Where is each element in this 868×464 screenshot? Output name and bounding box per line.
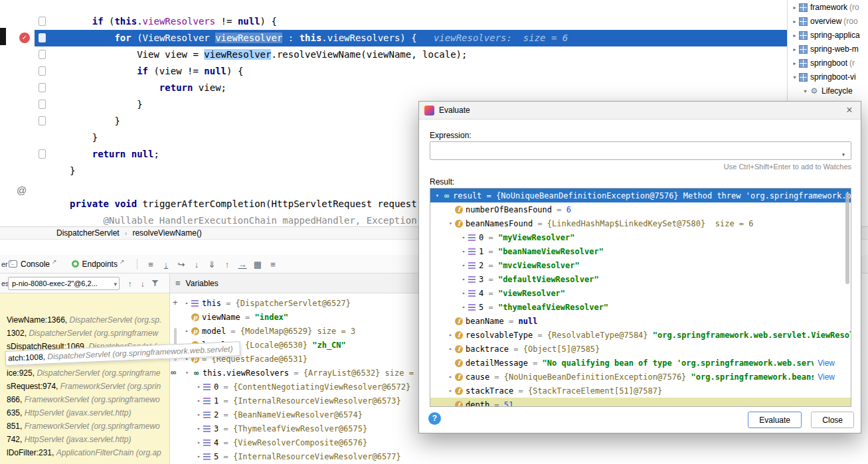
tree-item[interactable]: ▸springboot(r: [788, 56, 868, 70]
code-line[interactable]: return view;: [0, 80, 868, 96]
chevron-right-icon[interactable]: ▸: [790, 29, 799, 42]
gutter-marker-icon[interactable]: [39, 83, 46, 92]
step-into-icon[interactable]: ↓: [189, 260, 205, 270]
gutter-marker-icon[interactable]: [39, 149, 46, 159]
chevron-right-icon[interactable]: ▸: [460, 248, 468, 254]
chevron-down-icon[interactable]: ▾: [446, 220, 455, 226]
tree-item[interactable]: ▸overview(roo: [788, 15, 868, 29]
help-icon[interactable]: ?: [428, 412, 441, 425]
step-over-icon[interactable]: ↪: [174, 260, 189, 270]
gutter-marker-icon[interactable]: [39, 116, 46, 125]
view-link[interactable]: View: [818, 372, 835, 382]
gutter-marker-icon[interactable]: [39, 66, 46, 76]
chevron-right-icon[interactable]: ▸: [460, 276, 468, 282]
chevron-right-icon[interactable]: ▸: [195, 398, 203, 404]
chevron-down-icon[interactable]: ▾: [841, 146, 845, 160]
breadcrumb-item-method[interactable]: resolveViewName(): [132, 228, 201, 238]
gutter-marker-icon[interactable]: [39, 100, 46, 109]
result-row[interactable]: ▸fbacktrace = {Object[5]@7585}: [430, 342, 851, 356]
show-execution-point-icon[interactable]: ↓: [159, 260, 174, 270]
chevron-down-icon[interactable]: ▾: [790, 70, 799, 84]
variable-row[interactable]: pviewName = "index": [181, 310, 418, 324]
expression-input[interactable]: this.webApplicationContext.getBean(ViewR…: [430, 141, 851, 160]
dialog-titlebar[interactable]: Evaluate ×: [419, 102, 861, 119]
tree-item[interactable]: ▾springboot-vi: [788, 70, 868, 84]
panel-divider[interactable]: [169, 273, 170, 464]
variable-row[interactable]: ▸this = {DispatcherServlet@6527}: [181, 296, 418, 310]
result-row[interactable]: ▸0 = "myViewResolver": [430, 230, 851, 244]
chevron-right-icon[interactable]: ▸: [195, 439, 203, 445]
result-row[interactable]: ▸fstackTrace = {StackTraceElement[51]@75…: [430, 384, 851, 398]
chevron-right-icon[interactable]: ▸: [183, 300, 191, 306]
code-line[interactable]: for (ViewResolver viewResolver : this.vi…: [0, 30, 868, 46]
frame-row[interactable]: lDoFilter:231, ApplicationFilterChain (o…: [0, 446, 169, 459]
frame-row[interactable]: 866, FrameworkServlet (org.springframewo: [0, 393, 169, 406]
step-out-icon[interactable]: ↑: [220, 260, 235, 270]
gutter-marker-icon[interactable]: [39, 17, 46, 26]
variable-row[interactable]: ▸3 = {ThymeleafViewResolver@6575}: [181, 422, 418, 435]
variable-row[interactable]: ▸pmodel = {ModelMap@6529} size = 3: [181, 324, 418, 338]
chevron-right-icon[interactable]: ▸: [460, 304, 468, 310]
result-row[interactable]: ▸2 = "mvcViewResolver": [430, 258, 851, 272]
breakpoint-hit-icon[interactable]: ✓: [19, 33, 30, 43]
tree-item[interactable]: ▸spring-web-m: [788, 42, 868, 56]
variable-row[interactable]: ▸5 = {InternalResourceViewResolver@6577}: [181, 449, 418, 463]
scrollbar-thumb[interactable]: [845, 193, 849, 284]
code-line[interactable]: if (view != null) {: [0, 63, 868, 80]
result-row[interactable]: ▸3 = "defaultViewResolver": [430, 272, 851, 286]
chevron-right-icon[interactable]: ▸: [460, 234, 468, 240]
variable-row[interactable]: ▸4 = {ViewResolverComposite@6576}: [181, 435, 418, 449]
frame-row[interactable]: ice:925, DispatcherServlet (org.springfr…: [0, 366, 169, 380]
frame-row[interactable]: ViewName:1366, DispatcherServlet (org.sp…: [0, 313, 169, 327]
result-row[interactable]: ▸1 = "beanNameViewResolver": [430, 244, 851, 258]
tree-item[interactable]: ▸framework(ro: [788, 1, 868, 15]
chevron-right-icon[interactable]: ▸: [446, 332, 455, 338]
chevron-right-icon[interactable]: ▸: [790, 1, 799, 15]
thread-selector[interactable]: p-nio-8080-exec-2"@6,2... ▾: [8, 277, 120, 290]
result-row[interactable]: ▸fcause = {NoUniqueBeanDefinitionExcepti…: [430, 370, 851, 384]
close-button[interactable]: Close: [811, 412, 854, 428]
result-row[interactable]: ▸fresolvableType = {ResolvableType@7584}…: [430, 328, 851, 342]
result-row[interactable]: ▾∞result = {NoUniqueBeanDefinitionExcept…: [430, 189, 851, 202]
endpoints-tab[interactable]: Endpoints ↗: [66, 255, 131, 273]
console-tab[interactable]: Console ↗: [3, 255, 63, 273]
chevron-right-icon[interactable]: ▸: [195, 453, 203, 459]
frame-row[interactable]: 635, HttpServlet (javax.servlet.http): [0, 406, 169, 420]
chevron-right-icon[interactable]: ▸: [446, 346, 455, 352]
chevron-right-icon[interactable]: ▸: [790, 42, 799, 56]
result-row[interactable]: fbeanName = null: [430, 314, 851, 328]
chevron-right-icon[interactable]: ▸: [790, 15, 799, 29]
view-link[interactable]: View: [818, 358, 835, 368]
chevron-right-icon[interactable]: ▸: [790, 56, 799, 70]
chevron-right-icon[interactable]: ▸: [446, 374, 455, 380]
tree-item[interactable]: ▾⚙Lifecycle: [788, 84, 868, 98]
code-line[interactable]: View view = viewResolver.resolveViewName…: [0, 46, 868, 63]
next-frame-icon[interactable]: ↓: [136, 279, 149, 289]
add-watch-icon[interactable]: +: [173, 297, 178, 307]
chevron-down-icon[interactable]: ▾: [433, 193, 442, 198]
force-step-into-icon[interactable]: ⇓: [205, 260, 220, 270]
chevron-right-icon[interactable]: ▸: [460, 262, 468, 268]
result-row[interactable]: fnumberOfBeansFound = 6: [430, 202, 851, 216]
gutter-marker-icon[interactable]: [39, 50, 46, 59]
close-icon[interactable]: ×: [843, 105, 855, 116]
tree-item[interactable]: ▸spring-applica: [788, 29, 868, 42]
chevron-right-icon[interactable]: ▸: [195, 425, 203, 431]
chevron-right-icon[interactable]: ▸: [195, 384, 203, 390]
chevron-down-icon[interactable]: ▾: [183, 370, 191, 376]
result-row[interactable]: fdepth = 51: [430, 398, 851, 407]
gutter-marker-icon[interactable]: [39, 33, 46, 42]
variable-row[interactable]: ▸1 = {InternalResourceViewResolver@6573}: [181, 394, 418, 408]
result-row[interactable]: ▸4 = "viewResolver": [430, 286, 851, 300]
chevron-right-icon[interactable]: ▸: [183, 328, 191, 334]
previous-frame-icon[interactable]: ↑: [124, 279, 136, 289]
filter-icon[interactable]: [149, 279, 161, 289]
variable-row[interactable]: ▸2 = {BeanNameViewResolver@6574}: [181, 408, 418, 422]
code-line[interactable]: if (this.viewResolvers != null) {: [0, 13, 868, 30]
chevron-right-icon[interactable]: ▸: [460, 290, 468, 296]
result-row[interactable]: ▾fbeanNamesFound = {LinkedHashMap$Linked…: [430, 216, 851, 230]
result-row[interactable]: fdetailMessage = "No qualifying bean of …: [430, 356, 851, 370]
chevron-right-icon[interactable]: ▸: [446, 388, 455, 394]
variable-row[interactable]: ▸0 = {ContentNegotiatingViewResolver@657…: [181, 380, 418, 394]
frame-row[interactable]: 742, HttpServlet (javax.servlet.http): [0, 433, 169, 446]
